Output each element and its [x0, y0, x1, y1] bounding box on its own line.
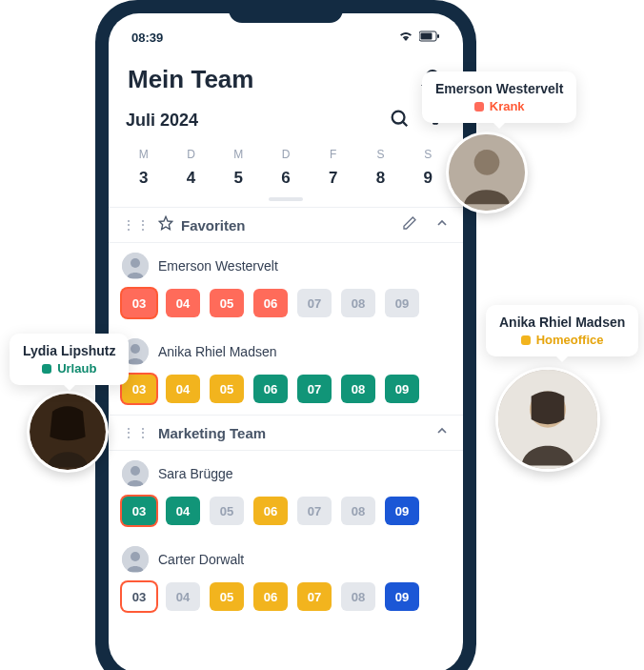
section-title: Marketing Team [158, 425, 417, 441]
avatar-emerson [446, 132, 528, 213]
day-chip[interactable]: 07 [297, 582, 332, 611]
drag-handle[interactable] [269, 197, 303, 201]
month-selector: Juli 2024 [109, 102, 463, 138]
callout-name: Emerson Westervelt [435, 81, 563, 96]
day-chip[interactable]: 04 [166, 497, 200, 525]
weekday-row: MDMDFSS [109, 138, 463, 163]
callout-name: Lydia Lipshutz [23, 343, 115, 358]
day-chip[interactable]: 05 [210, 497, 244, 525]
date-row: 3456789 [109, 163, 463, 197]
day-chip[interactable]: 03 [122, 289, 156, 317]
status-dot-yellow [521, 335, 531, 345]
weekday: S [404, 148, 452, 161]
date-cell[interactable]: 6 [262, 169, 310, 188]
svg-point-12 [131, 552, 140, 561]
person-row[interactable]: Sara Brügge [109, 451, 463, 491]
day-chip[interactable]: 05 [210, 289, 244, 317]
svg-rect-2 [437, 34, 439, 38]
person-name: Anika Rhiel Madsen [158, 344, 277, 359]
day-chip[interactable]: 04 [166, 289, 200, 317]
weekday: D [262, 148, 310, 161]
weekday: M [214, 148, 262, 161]
day-chip[interactable]: 07 [297, 497, 332, 525]
phone-frame: 08:39 Mein Team Juli 2024 [95, 0, 476, 670]
svg-rect-1 [421, 32, 433, 39]
day-chip[interactable]: 04 [166, 582, 200, 611]
callout-status: Krank [435, 99, 563, 113]
section-header[interactable]: ⋮⋮Favoriten [109, 207, 463, 243]
weekday: D [168, 148, 215, 161]
edit-icon[interactable] [402, 215, 417, 234]
day-chip[interactable]: 08 [341, 582, 375, 611]
page-title: Mein Team [128, 65, 253, 94]
svg-point-6 [131, 258, 140, 268]
day-chip[interactable]: 06 [253, 582, 288, 611]
chevron-up-icon[interactable] [434, 423, 450, 442]
day-chip[interactable]: 05 [210, 582, 244, 611]
person-row[interactable]: Carter Dorwalt [109, 537, 463, 577]
chevron-up-icon[interactable] [434, 215, 450, 234]
date-cell[interactable]: 7 [310, 169, 357, 188]
callout-anika: Anika Rhiel Madsen Homeoffice [486, 305, 638, 356]
person-name: Emerson Westervelt [158, 258, 278, 274]
avatar [122, 460, 149, 487]
day-chip[interactable]: 03 [122, 497, 156, 525]
day-chip[interactable]: 06 [253, 497, 288, 525]
notch [229, 0, 343, 23]
date-cell[interactable]: 9 [404, 169, 452, 188]
section-title: Favoriten [181, 217, 394, 233]
person-name: Sara Brügge [158, 466, 233, 481]
date-cell[interactable]: 8 [357, 169, 405, 188]
day-chip[interactable]: 09 [385, 375, 419, 403]
callout-status: Homeoffice [499, 333, 625, 347]
section-header[interactable]: ⋮⋮Marketing Team [109, 415, 463, 451]
weekday: M [120, 148, 168, 161]
search-icon[interactable] [389, 108, 410, 132]
svg-point-3 [392, 112, 405, 124]
drag-icon[interactable]: ⋮⋮ [122, 425, 151, 440]
month-label[interactable]: Juli 2024 [126, 111, 198, 131]
day-chip[interactable]: 03 [122, 582, 156, 611]
svg-point-8 [131, 344, 140, 354]
phone-screen: 08:39 Mein Team Juli 2024 [109, 13, 463, 670]
date-cell[interactable]: 3 [120, 169, 168, 188]
day-chip[interactable]: 07 [297, 289, 332, 317]
day-chip[interactable]: 08 [341, 289, 375, 317]
day-chips-row: 03040506070809 [109, 491, 463, 537]
day-chip[interactable]: 09 [385, 582, 419, 611]
callout-emerson: Emerson Westervelt Krank [422, 71, 576, 123]
day-chip[interactable]: 05 [210, 375, 244, 403]
day-chip[interactable]: 06 [253, 375, 288, 403]
avatar-lydia [27, 391, 109, 473]
callout-lydia: Lydia Lipshutz Urlaub [10, 334, 129, 385]
date-cell[interactable]: 4 [168, 169, 215, 188]
person-name: Carter Dorwalt [158, 552, 244, 567]
day-chip[interactable]: 08 [341, 375, 375, 403]
day-chip[interactable]: 08 [341, 497, 375, 525]
avatar [122, 253, 149, 279]
status-dot-green [42, 364, 51, 374]
svg-point-10 [131, 466, 140, 476]
day-chip[interactable]: 09 [385, 497, 419, 525]
day-chips-row: 03040506070809 [109, 577, 463, 622]
day-chip[interactable]: 09 [385, 289, 419, 317]
svg-point-14 [474, 150, 500, 175]
person-row[interactable]: Emerson Westervelt [109, 243, 463, 283]
day-chip[interactable]: 06 [253, 289, 288, 317]
star-icon[interactable] [158, 215, 173, 234]
weekday: F [310, 148, 357, 161]
day-chips-row: 03040506070809 [109, 283, 463, 329]
day-chip[interactable]: 07 [297, 375, 332, 403]
callout-status: Urlaub [23, 361, 115, 376]
svg-marker-4 [159, 216, 171, 229]
wifi-icon [398, 30, 413, 45]
day-chips-row: 03040506070809 [109, 369, 463, 415]
callout-name: Anika Rhiel Madsen [499, 315, 625, 330]
person-row[interactable]: Anika Rhiel Madsen [109, 329, 463, 369]
avatar-anika [495, 367, 600, 472]
app-header: Mein Team [109, 51, 463, 102]
drag-icon[interactable]: ⋮⋮ [122, 217, 151, 233]
date-cell[interactable]: 5 [214, 169, 262, 188]
battery-icon [419, 30, 440, 45]
day-chip[interactable]: 04 [166, 375, 200, 403]
